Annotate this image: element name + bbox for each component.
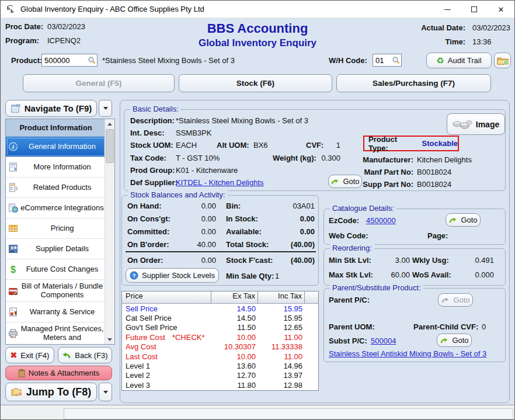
table-row[interactable]: Gov't Sell Price11.5012.65 (122, 323, 318, 332)
product-search-icon[interactable] (88, 56, 96, 64)
table-row[interactable]: Avg Cost10.3030711.33338 (122, 342, 318, 352)
program-label: Program: (5, 36, 39, 45)
scroll-up-icon[interactable] (105, 119, 114, 129)
def-supplier-link[interactable]: KITDEL - Kitchen Delights (176, 178, 264, 187)
check-flag: *CHECK* (172, 333, 205, 342)
on-hand-label: On Hand: (127, 202, 162, 210)
scroll-down-icon[interactable] (105, 335, 114, 344)
min-stk-value: 3.00 (395, 256, 410, 265)
sidebar-item-warranty-service[interactable]: Warranty & Service (6, 302, 106, 322)
prod-group-label: Prod Group: (130, 166, 175, 175)
maximize-button[interactable] (461, 1, 488, 18)
tab-stock[interactable]: Stock (F6) (179, 74, 332, 92)
on-consgt-value: 0.00 (201, 214, 216, 223)
table-row[interactable]: Level 311.8012.98 (122, 380, 318, 390)
int-desc-value: SSMB3PK (176, 129, 211, 137)
navigate-to-label: Navigate To (F9) (25, 103, 92, 113)
screen-title: Global Inventory Enquiry (141, 37, 374, 49)
goto-arrow-icon (448, 217, 457, 224)
sidebar-item-label: Bill of Materials / Bundle Components (20, 282, 105, 299)
stock-uom-label: Stock UOM: (130, 141, 173, 150)
clipboard-icon (18, 369, 25, 377)
folder-plus-icon (497, 55, 509, 65)
sidebar-item-managed-print-services[interactable]: Managed Print Services, Meters and (6, 322, 106, 345)
sidebar-item-general-information[interactable]: i General Information (6, 137, 106, 157)
tab-general[interactable]: General (F5) (23, 74, 175, 92)
parent-child-cvf-label: Parent-Child CVF: (413, 322, 478, 331)
sidebar-item-bill-of-materials[interactable]: Bill of Materials / Bundle Components (6, 280, 106, 302)
supplier-stock-levels-button[interactable]: ? Supplier Stock Levels (126, 268, 219, 283)
alt-uom-label: Alt UOM: (217, 141, 249, 150)
wh-search-icon[interactable] (392, 56, 400, 64)
ezcode-goto-button[interactable]: Goto (446, 213, 481, 227)
substitute-product-link[interactable]: Stainless Steel Antiskid Mixing Bowls - … (329, 349, 486, 358)
on-border-label: On B'order: (127, 240, 169, 249)
table-row[interactable]: Level 212.7013.97 (122, 371, 318, 380)
goto-label: Goto (452, 336, 468, 345)
image-button[interactable]: Image (447, 113, 505, 135)
jump-to-dropdown[interactable] (99, 383, 112, 401)
tax-code-label: Tax Code: (130, 154, 166, 162)
sidebar-item-more-information[interactable]: + More Information (6, 157, 106, 178)
product-image-thumbnail (453, 119, 472, 129)
sidebar-item-pricing[interactable]: Pricing (6, 218, 106, 239)
table-row[interactable]: Sell Price14.5015.95 (122, 304, 318, 313)
toolbox-icon (8, 286, 18, 296)
notes-attachments-button[interactable]: Notes & Attachments (5, 366, 112, 380)
svg-text:$: $ (11, 265, 16, 275)
new-attachment-button[interactable] (494, 53, 511, 68)
prod-group-value: K01 - Kitchenware (176, 166, 238, 175)
folders-icon (11, 387, 23, 397)
ezcode-label: EzCode: (329, 216, 359, 225)
sidebar-item-label: General Information (29, 143, 96, 151)
reordering-title: Reordering: (330, 244, 374, 252)
scrollbar-thumb[interactable] (106, 129, 114, 163)
back-button[interactable]: Back (F3) (58, 347, 112, 363)
goto-arrow-icon (440, 337, 448, 344)
sidebar-item-label: eCommerce Integrations (20, 204, 103, 213)
parent-substitute-group: Parent/Substitute Product: Parent P/C: G… (323, 288, 506, 362)
product-input[interactable] (42, 54, 88, 66)
jump-to-button[interactable]: Jump To (F8) (5, 383, 97, 401)
document-plus-icon: + (8, 162, 18, 172)
table-row[interactable]: Cat Sell Price14.5015.95 (122, 313, 318, 322)
catalogue-details-title: Catalogue Details: (330, 204, 396, 213)
parent-uom-label: Parent UOM: (329, 322, 375, 331)
sidebar-item-future-cost-changes[interactable]: $ Future Cost Changes (6, 259, 106, 280)
committed-label: Committed: (127, 227, 169, 236)
navigate-to-dropdown[interactable] (99, 100, 112, 117)
minimize-button[interactable] (434, 1, 461, 18)
tab-sales-purchasing[interactable]: Sales/Purchasing (F7) (336, 74, 491, 92)
sidebar-item-label: Pricing (51, 224, 74, 233)
ezcode-link[interactable]: 4500000 (366, 216, 396, 225)
divider (126, 251, 316, 252)
subst-pc-link[interactable]: 500004 (371, 336, 396, 345)
supp-part-label: Supp Part No: (363, 180, 413, 189)
exit-button[interactable]: ✖ Exit (F4) (5, 347, 54, 363)
sidebar-scrollbar[interactable] (105, 119, 114, 344)
cvf-value: 1 (336, 141, 340, 150)
navigate-to-button[interactable]: Navigate To (F9) (5, 100, 97, 117)
sidebar-item-supplier-details[interactable]: Supplier Details (6, 239, 106, 259)
sidebar-item-label: Future Cost Changes (26, 265, 99, 274)
on-hand-value: 0.00 (201, 202, 216, 210)
nav-section-header: Product Information (6, 119, 106, 137)
basic-details-group: Basic Details: Description: *Stainless S… (124, 109, 506, 191)
product-type-label: Product Type: (368, 135, 417, 152)
globe-document-icon (8, 203, 18, 213)
description-value: *Stainless Steel Mixing Bowls - Set of 3 (176, 116, 308, 125)
table-row[interactable]: Last Cost10.0011.00 (122, 352, 318, 361)
table-row[interactable]: Level 113.6014.96 (122, 361, 318, 370)
page-label: Page: (427, 231, 448, 240)
close-button[interactable]: ✕ (488, 1, 514, 18)
price-table-header: Price Ex Tax Inc Tax (122, 291, 318, 304)
subst-goto-button[interactable]: Goto (437, 334, 472, 347)
table-row[interactable]: Future Cost*CHECK*10.0011.00 (122, 332, 318, 342)
tax-code-value: T - GST 10% (176, 154, 220, 162)
time-label: Time: (409, 37, 465, 46)
program-value: ICPENQ2 (47, 36, 81, 45)
wh-code-input[interactable] (373, 54, 392, 66)
sidebar-item-ecommerce-integrations[interactable]: eCommerce Integrations (6, 198, 106, 218)
audit-trail-button[interactable]: ♻ Audit Trail (426, 53, 492, 68)
sidebar-item-related-products[interactable]: Related Products (6, 178, 106, 198)
